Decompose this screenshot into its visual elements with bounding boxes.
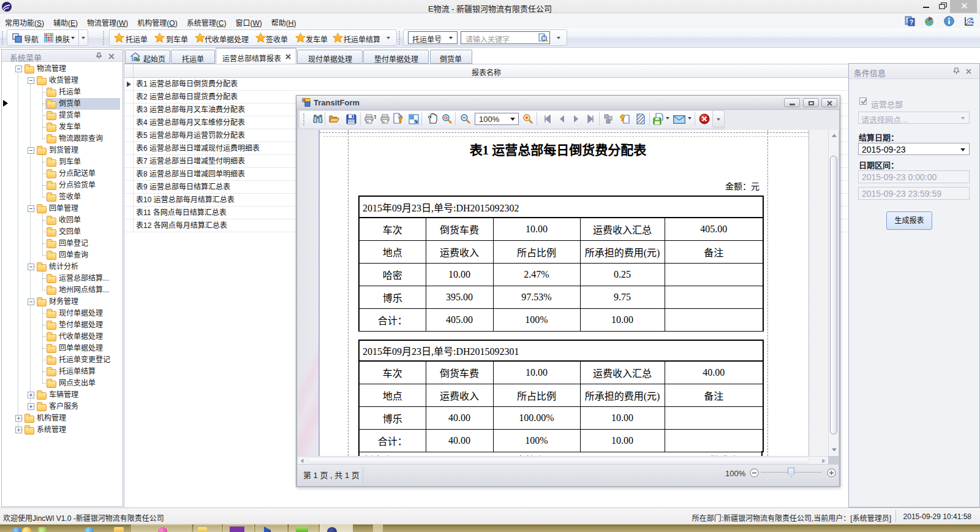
svg-text:?: ? [374, 114, 376, 120]
svg-text:?: ? [910, 19, 913, 26]
